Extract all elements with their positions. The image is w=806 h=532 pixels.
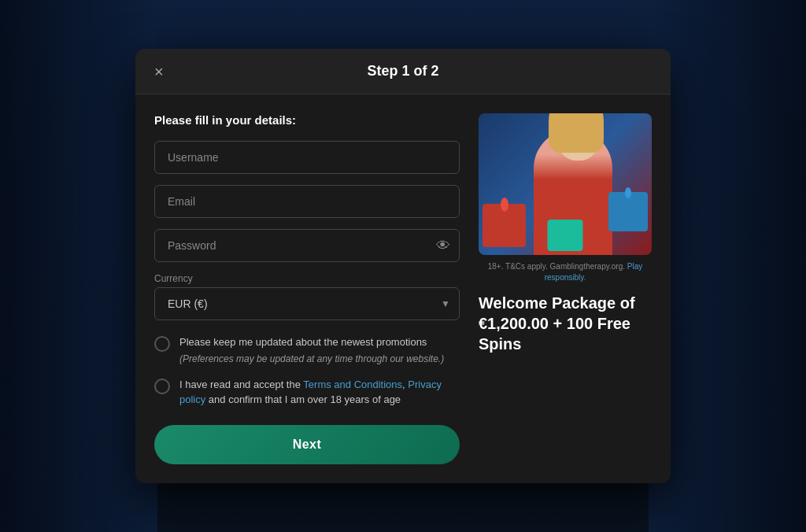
currency-select[interactable]: EUR (€) USD ($) GBP (£) xyxy=(154,287,460,320)
next-button[interactable]: Next xyxy=(154,425,460,464)
checkbox-item-terms: I have read and accept the Terms and Con… xyxy=(154,377,460,408)
form-section-title: Please fill in your details: xyxy=(154,113,460,127)
modal-body: Please fill in your details: 👁 Currency … xyxy=(135,94,671,483)
username-input[interactable] xyxy=(154,141,460,174)
gift-left xyxy=(482,204,526,247)
toggle-password-button[interactable]: 👁 xyxy=(436,238,450,254)
modal-title: Step 1 of 2 xyxy=(367,63,438,79)
currency-select-wrapper: EUR (€) USD ($) GBP (£) ▼ xyxy=(154,287,460,320)
promo-figure-hair xyxy=(549,113,604,153)
currency-group: Currency EUR (€) USD ($) GBP (£) ▼ xyxy=(154,273,460,320)
left-panel: Please fill in your details: 👁 Currency … xyxy=(154,113,460,464)
terms-text: I have read and accept the Terms and Con… xyxy=(179,377,460,408)
promo-headline: Welcome Package of €1,200.00 + 100 Free … xyxy=(479,293,652,354)
checkbox-item-promotions: Please keep me updated about the newest … xyxy=(154,334,460,366)
gift-right xyxy=(608,192,648,231)
modal-header: × Step 1 of 2 xyxy=(135,49,671,94)
password-wrapper: 👁 xyxy=(154,229,460,262)
checkbox-group: Please keep me updated about the newest … xyxy=(154,334,460,408)
registration-modal: × Step 1 of 2 Please fill in your detail… xyxy=(135,49,671,483)
email-input[interactable] xyxy=(154,185,460,218)
terms-radio[interactable] xyxy=(154,379,170,394)
promotions-radio[interactable] xyxy=(154,336,170,352)
currency-label: Currency xyxy=(154,273,460,284)
password-input[interactable] xyxy=(154,229,460,262)
promotions-text: Please keep me updated about the newest … xyxy=(179,334,444,366)
promo-disclaimer: 18+. T&Cs apply. Gamblingtherapy.org. Pl… xyxy=(479,261,652,283)
terms-link[interactable]: Terms and Conditions xyxy=(303,379,402,390)
close-button[interactable]: × xyxy=(151,61,167,83)
gift-center xyxy=(548,220,583,251)
right-panel: 18+. T&Cs apply. Gamblingtherapy.org. Pl… xyxy=(479,113,652,464)
promo-image xyxy=(479,113,652,255)
